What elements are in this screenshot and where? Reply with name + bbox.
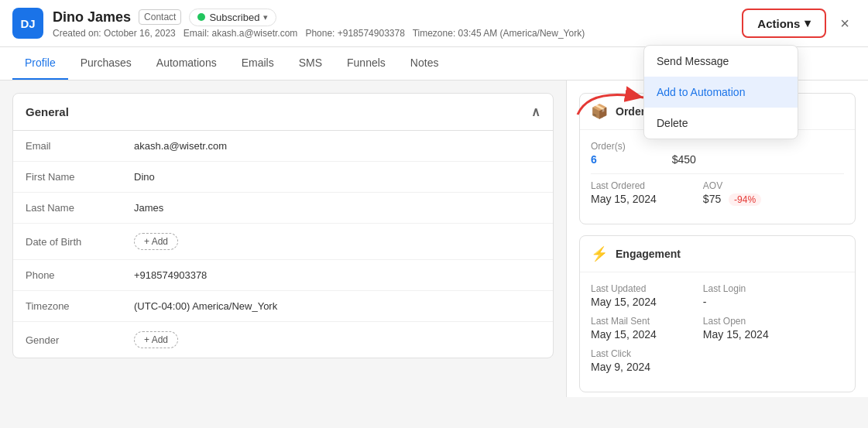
engagement-icon: ⚡ xyxy=(591,245,608,262)
aov-label: AOV xyxy=(703,180,761,191)
actions-label: Actions xyxy=(757,17,800,30)
last-click-stat: Last Click May 9, 2024 xyxy=(591,348,650,373)
engagement-row-3: Last Click May 9, 2024 xyxy=(591,348,844,373)
actions-dropdown: Send Message Add to Automation Delete xyxy=(643,45,798,139)
actions-button[interactable]: Actions ▾ xyxy=(742,9,826,38)
add-dob-button[interactable]: + Add xyxy=(134,233,178,250)
last-mail-sent-label: Last Mail Sent xyxy=(591,316,657,327)
general-section: General ∧ Email akash.a@wisetr.com First… xyxy=(12,93,554,358)
engagement-row-2: Last Mail Sent May 15, 2024 Last Open Ma… xyxy=(591,316,844,341)
contact-meta: Created on: October 16, 2023 Email: akas… xyxy=(53,28,585,39)
header: DJ Dino James Contact Subscribed ▾ Creat… xyxy=(0,0,868,47)
contact-type-badge: Contact xyxy=(139,9,181,25)
general-section-header: General ∧ xyxy=(13,94,553,131)
field-label-first-name: First Name xyxy=(26,171,134,183)
last-click-value: May 9, 2024 xyxy=(591,361,650,373)
last-click-label: Last Click xyxy=(591,348,650,359)
contact-name: Dino James xyxy=(53,9,131,26)
field-phone: Phone +918574903378 xyxy=(13,260,553,291)
tab-automations[interactable]: Automations xyxy=(144,47,229,80)
orders-widget-body: Order(s) 6 $450 Last Ordered May 15, 202… xyxy=(580,130,855,224)
orders-count-value[interactable]: 6 xyxy=(591,153,626,166)
orders-revenue-value: $450 xyxy=(672,153,696,166)
last-ordered-stat: Last Ordered May 15, 2024 xyxy=(591,180,657,205)
subscribed-badge[interactable]: Subscribed ▾ xyxy=(189,9,276,26)
left-panel: General ∧ Email akash.a@wisetr.com First… xyxy=(0,80,566,397)
header-right: Actions ▾ × xyxy=(742,9,856,38)
dropdown-item-send-message[interactable]: Send Message xyxy=(644,46,798,77)
tab-emails[interactable]: Emails xyxy=(229,47,286,80)
aov-badge: -94% xyxy=(729,193,761,206)
dropdown-item-delete[interactable]: Delete xyxy=(644,108,798,139)
field-value-timezone: (UTC-04:00) America/New_York xyxy=(134,300,277,312)
tab-purchases[interactable]: Purchases xyxy=(68,47,144,80)
collapse-icon[interactable]: ∧ xyxy=(531,104,540,119)
engagement-widget: ⚡ Engagement Last Updated May 15, 2024 L… xyxy=(579,235,856,392)
field-first-name: First Name Dino xyxy=(13,162,553,193)
contact-info: Dino James Contact Subscribed ▾ Created … xyxy=(53,9,585,39)
last-open-label: Last Open xyxy=(703,316,769,327)
tab-profile[interactable]: Profile xyxy=(12,47,68,80)
add-gender-button[interactable]: + Add xyxy=(134,331,178,348)
orders-count-stat: Order(s) 6 xyxy=(591,141,626,166)
field-label-last-name: Last Name xyxy=(26,202,134,214)
field-email: Email akash.a@wisetr.com xyxy=(13,131,553,162)
field-last-name: Last Name James xyxy=(13,193,553,224)
last-updated-stat: Last Updated May 15, 2024 xyxy=(591,283,657,308)
field-value-last-name: James xyxy=(134,202,163,214)
tab-funnels[interactable]: Funnels xyxy=(335,47,398,80)
actions-chevron-icon: ▾ xyxy=(805,16,811,30)
red-arrow-icon xyxy=(574,84,651,118)
general-title: General xyxy=(26,105,69,118)
last-mail-sent-stat: Last Mail Sent May 15, 2024 xyxy=(591,316,657,341)
field-label-timezone: Timezone xyxy=(26,300,134,312)
orders-count-label: Order(s) xyxy=(591,141,626,152)
subscribed-label: Subscribed xyxy=(209,12,259,23)
field-label-phone: Phone xyxy=(26,269,134,281)
field-dob: Date of Birth + Add xyxy=(13,224,553,260)
field-value-first-name: Dino xyxy=(134,171,155,183)
engagement-widget-header: ⚡ Engagement xyxy=(580,236,855,272)
aov-stat: AOV $75 -94% xyxy=(703,180,761,205)
avatar: DJ xyxy=(12,8,43,39)
last-login-value: - xyxy=(703,296,746,308)
last-open-stat: Last Open May 15, 2024 xyxy=(703,316,769,341)
dropdown-item-add-to-automation[interactable]: Add to Automation xyxy=(644,77,798,108)
field-label-email: Email xyxy=(26,140,134,152)
orders-stat-row-1: Order(s) 6 $450 xyxy=(591,141,844,166)
subscribed-dot xyxy=(197,13,205,21)
last-updated-value: May 15, 2024 xyxy=(591,296,657,308)
engagement-title: Engagement xyxy=(616,248,681,260)
field-label-gender: Gender xyxy=(26,334,134,346)
last-ordered-value: May 15, 2024 xyxy=(591,193,657,205)
header-left: DJ Dino James Contact Subscribed ▾ Creat… xyxy=(12,8,585,39)
field-value-email: akash.a@wisetr.com xyxy=(134,140,227,152)
last-login-label: Last Login xyxy=(703,283,746,294)
tab-sms[interactable]: SMS xyxy=(286,47,335,80)
field-gender: Gender + Add xyxy=(13,322,553,358)
aov-value: $75 -94% xyxy=(703,193,761,205)
last-login-stat: Last Login - xyxy=(703,283,746,308)
engagement-widget-body: Last Updated May 15, 2024 Last Login - L… xyxy=(580,272,855,392)
orders-stat-row-2: Last Ordered May 15, 2024 AOV $75 -94% xyxy=(591,180,844,205)
orders-revenue-stat: $450 xyxy=(672,141,696,166)
last-mail-sent-value: May 15, 2024 xyxy=(591,328,657,341)
close-button[interactable]: × xyxy=(834,12,856,36)
field-value-phone: +918574903378 xyxy=(134,269,207,281)
field-timezone: Timezone (UTC-04:00) America/New_York xyxy=(13,291,553,322)
last-open-value: May 15, 2024 xyxy=(703,328,769,341)
last-updated-label: Last Updated xyxy=(591,283,657,294)
last-ordered-label: Last Ordered xyxy=(591,180,657,191)
engagement-row-1: Last Updated May 15, 2024 Last Login - xyxy=(591,283,844,308)
orders-revenue-label xyxy=(672,141,696,152)
field-label-dob: Date of Birth xyxy=(26,236,134,248)
arrow-annotation xyxy=(574,84,651,121)
tab-notes[interactable]: Notes xyxy=(398,47,451,80)
chevron-down-icon: ▾ xyxy=(263,12,268,22)
